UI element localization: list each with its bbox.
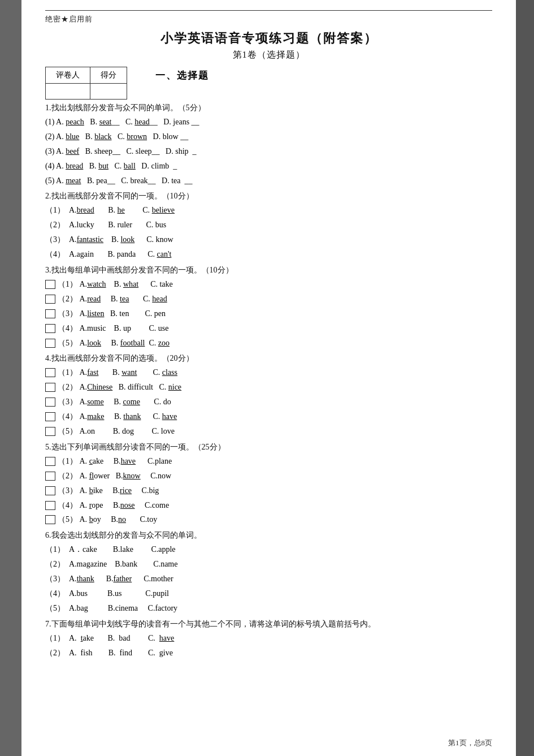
q2-r2-num: （2） xyxy=(45,221,65,229)
q5-r2-bracket xyxy=(45,472,55,481)
q7-r1-num: （1） xyxy=(45,634,65,642)
q1-r3-d: D. ship _ xyxy=(166,147,196,155)
q6-r1-c: C.apple xyxy=(151,545,175,554)
q1-row-4: (4) A. bread B. but C. ball D. climb _ xyxy=(45,159,492,174)
q5-row-1: （1） A. cake B.have C.plane xyxy=(45,454,492,469)
q3-title: 3.找出每组单词中画线部分发音不同的一项。（10分） xyxy=(45,265,492,275)
q3-r5-num: （5） xyxy=(58,336,77,351)
q4-r2-a: A.Chinese xyxy=(80,380,113,395)
q1-r5-c: C. break__ xyxy=(121,176,155,185)
q3-row-4: （4） A.music B. up C. use xyxy=(45,321,492,336)
q6-r1-b: B.lake xyxy=(113,545,133,554)
q2-r3-a: A.fantastic xyxy=(69,235,103,244)
q5-row-4: （4） A. rope B.nose C.come xyxy=(45,498,492,513)
question-2-block: 2.找出画线部分发音不同的一项。（10分） （1） A.bread B. he … xyxy=(45,191,492,262)
q4-row-2: （2） A.Chinese B. difficult C. nice xyxy=(45,380,492,395)
q6-row-4: （4） A.bus B.us C.pupil xyxy=(45,586,492,601)
q7-row-1: （1） A. take B. bad C. have xyxy=(45,631,492,646)
q3-r4-num: （4） xyxy=(58,321,77,336)
q5-r1-a: A. cake xyxy=(80,454,104,469)
q6-r2-b: B.bank xyxy=(115,560,137,568)
q3-r4-b: B. up xyxy=(114,321,131,336)
q1-r2-b: B. black xyxy=(85,132,112,141)
q4-r3-a: A.some xyxy=(80,395,104,409)
q1-r2-c: C. brown xyxy=(118,132,147,141)
q5-r1-c: C.plane xyxy=(147,454,172,469)
q5-r4-a: A. rope xyxy=(80,498,103,513)
q7-r2-a: A. fish xyxy=(69,649,93,657)
q5-row-5: （5） A. boy B.no C.toy xyxy=(45,512,492,527)
q5-title: 5.选出下列单词画线部分读音不同的一项。（25分） xyxy=(45,442,492,452)
q5-row-3: （3） A. bike B.rice C.big xyxy=(45,483,492,498)
q6-r1-a: A．cake xyxy=(69,545,97,554)
q6-r4-a: A.bus xyxy=(69,589,88,598)
exam-title: 小学英语语音专项练习题（附答案） xyxy=(45,30,492,47)
q5-r3-c: C.big xyxy=(142,483,159,498)
q3-r1-b: B. what xyxy=(114,277,139,292)
q5-r5-b: B.no xyxy=(111,512,126,527)
q1-row-3: (3) A. beef B. sheep__ C. sleep__ D. shi… xyxy=(45,144,492,159)
q6-row-1: （1） A．cake B.lake C.apple xyxy=(45,542,492,557)
q3-r3-a: A.listen xyxy=(80,306,105,321)
page-content: 绝密★启用前 小学英语语音专项练习题（附答案） 第1卷（选择题） 评卷人 得分 … xyxy=(21,0,516,756)
q1-r4-c: C. ball xyxy=(115,162,136,170)
q6-r3-a: A.thank xyxy=(69,574,94,583)
q4-r1-a: A.fast xyxy=(80,365,99,380)
q1-title: 1.找出划线部分发音与众不同的单词。（5分） xyxy=(45,103,492,113)
q3-r2-a: A.read xyxy=(80,292,101,306)
q4-r3-b: B. come xyxy=(114,395,140,409)
score-table: 评卷人 得分 xyxy=(45,67,127,100)
q1-r2-num: (2) xyxy=(45,132,54,141)
q4-r1-c: C. class xyxy=(153,365,177,380)
q2-row-3: （3） A.fantastic B. look C. know xyxy=(45,232,492,247)
q2-title: 2.找出画线部分发音不同的一项。（10分） xyxy=(45,191,492,201)
q4-r4-a: A.make xyxy=(80,409,105,424)
q4-r3-c: C. do xyxy=(154,395,171,409)
q1-r5-a: A. meat xyxy=(56,176,81,185)
q4-r5-a: A.on xyxy=(80,424,95,439)
q7-r2-num: （2） xyxy=(45,649,65,657)
q2-r3-b: B. look xyxy=(111,235,134,244)
q1-r1-a: A. peach xyxy=(56,118,84,126)
secret-label: 绝密★启用前 xyxy=(45,14,492,24)
q5-r5-bracket xyxy=(45,515,55,524)
q5-r1-bracket xyxy=(45,457,55,466)
q2-r3-c: C. know xyxy=(146,235,173,244)
q6-r5-c: C.factory xyxy=(148,604,177,612)
q2-r4-c: C. can't xyxy=(147,250,171,258)
q6-r5-a: A.bag xyxy=(69,604,88,612)
q6-r4-num: （4） xyxy=(45,589,65,598)
q2-r4-b: B. panda xyxy=(107,250,136,258)
score-reviewer-value xyxy=(46,84,90,100)
q7-r2-c: C. give xyxy=(148,649,173,657)
q7-title: 7.下面每组单词中划线字母的读音有一个与其他二个不同，请将这单词的标号填入题前括… xyxy=(45,619,492,629)
q6-r4-c: C.pupil xyxy=(145,589,169,598)
question-3-block: 3.找出每组单词中画线部分发音不同的一项。（10分） （1） A.watch B… xyxy=(45,265,492,350)
section-title: 一、选择题 xyxy=(155,69,209,82)
q5-r2-c: C.now xyxy=(150,469,171,483)
q5-r2-a: A. flower xyxy=(80,469,110,483)
q1-r5-num: (5) xyxy=(45,176,54,185)
q5-r3-a: A. bike xyxy=(80,483,103,498)
q5-r3-bracket xyxy=(45,486,55,495)
question-1-block: 1.找出划线部分发音与众不同的单词。（5分） (1) A. peach B. s… xyxy=(45,103,492,188)
score-header-reviewer: 评卷人 xyxy=(46,67,90,84)
q3-r4-bracket xyxy=(45,324,55,333)
q1-r4-num: (4) xyxy=(45,162,54,170)
q3-r5-c: C. zoo xyxy=(149,336,170,351)
q2-row-1: （1） A.bread B. he C. believe xyxy=(45,203,492,218)
q4-r4-b: B. thank xyxy=(114,409,141,424)
q4-r1-b: B. want xyxy=(112,365,137,380)
q1-r3-c: C. sleep__ xyxy=(127,147,160,155)
q5-r4-bracket xyxy=(45,501,55,510)
q5-r4-num: （4） xyxy=(58,498,77,513)
q4-r5-c: C. love xyxy=(151,424,174,439)
q5-r1-b: B.have xyxy=(114,454,136,469)
q6-row-2: （2） A.magazine B.bank C.name xyxy=(45,557,492,572)
left-sidebar xyxy=(0,0,21,756)
q1-r3-num: (3) xyxy=(45,147,54,155)
q3-r1-c: C. take xyxy=(150,277,173,292)
q4-r2-c: C. nice xyxy=(159,380,181,395)
q5-r5-a: A. boy xyxy=(80,512,101,527)
q4-r5-b: B. dog xyxy=(113,424,134,439)
